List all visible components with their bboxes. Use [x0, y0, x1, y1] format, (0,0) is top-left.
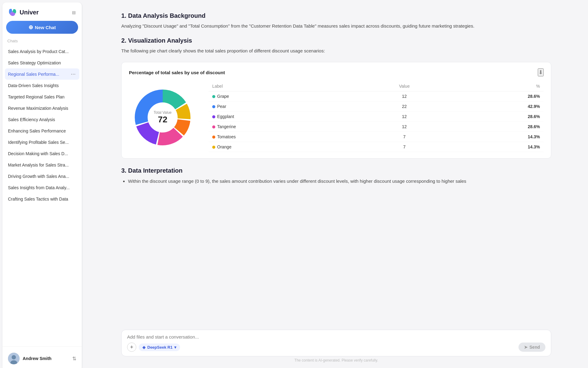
chat-item-text: Data-Driven Sales Insights	[8, 83, 70, 88]
add-files-button[interactable]: +	[127, 343, 136, 352]
chat-item-chat-11[interactable]: Market Analysis for Sales Stra... ⋯	[5, 159, 79, 171]
input-bottom-bar: + ◈ DeepSeek R1 ▾ ➤ Send	[127, 343, 545, 352]
content-area: 1. Data Analysis Background Analyzing "D…	[85, 0, 588, 326]
sidebar-header: Univer ▤	[2, 2, 82, 21]
download-chart-button[interactable]: ⬇	[538, 68, 544, 76]
donut-total-value: 72	[154, 115, 172, 125]
logo-text: Univer	[20, 9, 39, 16]
input-bar-wrapper: + ◈ DeepSeek R1 ▾ ➤ Send The content is …	[85, 326, 588, 368]
chat-item-chat-12[interactable]: Driving Growth with Sales Ana... ⋯	[5, 171, 79, 182]
avatar-image	[8, 353, 20, 364]
deepseek-icon: ◈	[142, 345, 145, 350]
chat-item-menu-icon[interactable]: ⋯	[70, 71, 76, 77]
legend-dot	[212, 105, 215, 108]
chat-item-chat-10[interactable]: Decision Making with Sales D... ⋯	[5, 148, 79, 159]
chat-item-chat-7[interactable]: Sales Efficiency Analysis ⋯	[5, 114, 79, 125]
chart-content: Total Value 72 Label Value %	[129, 82, 544, 152]
interpretation-list: Within the discount usage range (0 to 9)…	[121, 177, 551, 185]
chat-item-text: Sales Insights from Data Analy...	[8, 185, 70, 190]
legend-row: Eggplant 12 28.6%	[209, 112, 544, 122]
send-icon: ➤	[524, 345, 528, 350]
legend-row: Tomatoes 7 14.3%	[209, 132, 544, 142]
legend-dot	[212, 125, 215, 128]
legend-label: Eggplant	[209, 112, 360, 122]
legend-percent: 14.3%	[448, 132, 544, 142]
chat-item-text: Regional Sales Performa...	[8, 72, 70, 77]
chart-title: Percentage of total sales by use of disc…	[129, 70, 225, 75]
legend-row: Tangerine 12 28.6%	[209, 122, 544, 132]
legend-dot	[212, 136, 215, 139]
user-name: Andrew Smith	[23, 356, 69, 361]
sidebar-toggle-button[interactable]: ▤	[71, 9, 77, 16]
send-button[interactable]: ➤ Send	[518, 343, 545, 352]
legend-label: Grape	[209, 91, 360, 102]
chat-item-text: Crafting Sales Tactics with Data	[8, 197, 70, 201]
chat-item-chat-6[interactable]: Revenue Maximization Analysis ⋯	[5, 102, 79, 114]
legend-value: 22	[360, 102, 448, 112]
chat-item-chat-14[interactable]: Crafting Sales Tactics with Data ⋯	[5, 193, 79, 205]
logo-icon	[7, 7, 17, 17]
chat-item-text: Revenue Maximization Analysis	[8, 106, 70, 111]
chat-item-text: Sales Efficiency Analysis	[8, 117, 70, 122]
section1-title: 1. Data Analysis Background	[121, 12, 551, 19]
chat-list: Sales Analysis by Product Cat... ⋯Sales …	[2, 45, 82, 346]
section3-title: 3. Data Interpretation	[121, 167, 551, 174]
model-name: DeepSeek R1	[147, 345, 172, 350]
chat-item-chat-8[interactable]: Enhancing Sales Performance ⋯	[5, 125, 79, 136]
input-bar: + ◈ DeepSeek R1 ▾ ➤ Send	[121, 330, 551, 356]
legend-label: Tangerine	[209, 122, 360, 132]
col-label-header: Label	[209, 82, 360, 91]
section2-text: The following pie chart clearly shows th…	[121, 47, 551, 55]
user-area[interactable]: Andrew Smith ⇅	[6, 350, 78, 367]
legend-dot	[212, 146, 215, 149]
legend-label: Pear	[209, 102, 360, 112]
main-panel: 1. Data Analysis Background Analyzing "D…	[85, 0, 588, 368]
chat-item-text: Decision Making with Sales D...	[8, 151, 70, 156]
toggle-sidebar-icon: ▤	[72, 10, 76, 15]
donut-center: Total Value 72	[154, 110, 172, 125]
chat-item-chat-5[interactable]: Targeted Regional Sales Plan ⋯	[5, 91, 79, 102]
new-chat-icon: ⊕	[28, 24, 33, 31]
chat-item-text: Targeted Regional Sales Plan	[8, 94, 70, 99]
chats-section-label: Chats	[2, 37, 82, 45]
legend-value: 7	[360, 142, 448, 152]
chat-item-text: Enhancing Sales Performance	[8, 128, 70, 133]
new-chat-label: New Chat	[35, 25, 56, 30]
legend-label: Tomatoes	[209, 132, 360, 142]
legend-percent: 28.6%	[448, 91, 544, 102]
legend-row: Pear 22 42.9%	[209, 102, 544, 112]
col-percent-header: %	[448, 82, 544, 91]
sidebar-footer: Andrew Smith ⇅	[2, 346, 82, 368]
avatar	[8, 353, 20, 364]
legend-dot	[212, 115, 215, 118]
legend-percent: 28.6%	[448, 122, 544, 132]
interp-item-1: Within the discount usage range (0 to 9)…	[128, 177, 551, 185]
legend-row: Orange 7 14.3%	[209, 142, 544, 152]
legend-value: 12	[360, 91, 448, 102]
chat-item-text: Sales Analysis by Product Cat...	[8, 49, 70, 54]
chat-item-chat-9[interactable]: Identifying Profitable Sales Se... ⋯	[5, 136, 79, 148]
svg-point-1	[12, 355, 16, 359]
chat-item-chat-13[interactable]: Sales Insights from Data Analy... ⋯	[5, 182, 79, 193]
new-chat-button[interactable]: ⊕ New Chat	[6, 21, 78, 34]
chat-item-chat-3[interactable]: Regional Sales Performa... ⋯	[5, 68, 79, 80]
input-left-actions: + ◈ DeepSeek R1 ▾	[127, 343, 180, 352]
chat-input[interactable]	[127, 334, 545, 339]
legend-row: Grape 12 28.6%	[209, 91, 544, 102]
model-selector-button[interactable]: ◈ DeepSeek R1 ▾	[139, 343, 180, 351]
donut-total-label: Total Value	[154, 110, 172, 115]
add-icon: +	[130, 344, 134, 351]
legend-dot	[212, 95, 215, 98]
col-value-header: Value	[360, 82, 448, 91]
chat-item-text: Driving Growth with Sales Ana...	[8, 174, 70, 179]
disclaimer-text: The content is AI-generated. Please veri…	[121, 356, 551, 366]
chat-item-chat-2[interactable]: Sales Strategy Optimization ⋯	[5, 57, 79, 68]
chat-item-text: Market Analysis for Sales Stra...	[8, 163, 70, 167]
chat-item-text: Identifying Profitable Sales Se...	[8, 140, 70, 145]
chart-card: Percentage of total sales by use of disc…	[121, 62, 551, 159]
legend-value: 12	[360, 122, 448, 132]
donut-chart: Total Value 72	[129, 84, 196, 151]
chat-item-chat-1[interactable]: Sales Analysis by Product Cat... ⋯	[5, 46, 79, 57]
legend-percent: 42.9%	[448, 102, 544, 112]
chat-item-chat-4[interactable]: Data-Driven Sales Insights ⋯	[5, 80, 79, 91]
